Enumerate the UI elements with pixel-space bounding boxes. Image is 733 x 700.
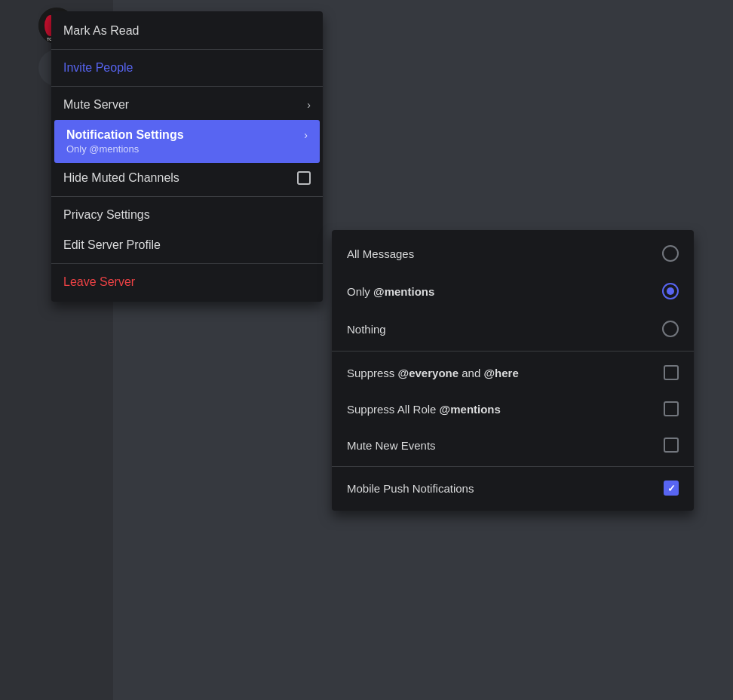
nothing-radio[interactable] <box>662 321 679 337</box>
only-mentions-label: Only @mentions <box>347 285 662 298</box>
menu-item-leave-server[interactable]: Leave Server <box>51 267 323 297</box>
divider-4 <box>51 263 323 264</box>
nothing-label: Nothing <box>347 323 662 336</box>
notif-item-suppress-role[interactable]: Suppress All Role @mentions <box>332 391 694 427</box>
all-messages-radio[interactable] <box>662 245 679 262</box>
divider-1 <box>51 49 323 50</box>
chevron-right-icon: › <box>307 99 311 111</box>
notif-item-only-mentions[interactable]: Only @mentions <box>332 272 694 310</box>
divider-3 <box>51 196 323 197</box>
menu-item-mute-server[interactable]: Mute Server › <box>51 90 323 120</box>
menu-item-privacy-settings[interactable]: Privacy Settings <box>51 200 323 230</box>
menu-item-invite-people[interactable]: Invite People <box>51 53 323 83</box>
mute-events-label: Mute New Events <box>347 439 664 452</box>
menu-item-notification-settings[interactable]: Notification Settings › Only @mentions <box>54 120 320 163</box>
hide-muted-checkbox[interactable] <box>297 171 311 185</box>
checkmark-icon: ✓ <box>667 484 676 493</box>
mark-as-read-label: Mark As Read <box>63 24 311 38</box>
leave-server-label: Leave Server <box>63 275 311 289</box>
mobile-push-checkbox[interactable]: ✓ <box>664 480 679 496</box>
notif-item-mute-events[interactable]: Mute New Events <box>332 427 694 463</box>
menu-item-mark-as-read[interactable]: Mark As Read <box>51 16 323 46</box>
mobile-push-label: Mobile Push Notifications <box>347 482 664 495</box>
only-mentions-radio[interactable] <box>662 283 679 299</box>
radio-inner-dot <box>667 287 674 295</box>
notif-divider-1 <box>332 351 694 352</box>
notification-settings-top: Notification Settings › <box>66 128 308 142</box>
suppress-everyone-checkbox[interactable] <box>664 365 679 380</box>
menu-item-edit-server-profile[interactable]: Edit Server Profile <box>51 230 323 260</box>
privacy-settings-label: Privacy Settings <box>63 208 311 222</box>
context-menu: Mark As Read Invite People Mute Server ›… <box>51 11 323 302</box>
menu-item-hide-muted[interactable]: Hide Muted Channels <box>51 163 323 193</box>
suppress-everyone-label: Suppress @everyone and @here <box>347 367 664 379</box>
all-messages-label: All Messages <box>347 247 662 260</box>
notification-settings-subtitle: Only @mentions <box>66 143 139 155</box>
notification-settings-label: Notification Settings <box>66 128 184 142</box>
suppress-role-label: Suppress All Role @mentions <box>347 403 664 416</box>
edit-server-profile-label: Edit Server Profile <box>63 238 311 252</box>
notif-item-suppress-everyone[interactable]: Suppress @everyone and @here <box>332 355 694 391</box>
notif-item-all-messages[interactable]: All Messages <box>332 235 694 272</box>
mute-server-label: Mute Server <box>63 98 307 112</box>
notification-submenu: All Messages Only @mentions Nothing Supp… <box>332 230 694 511</box>
notif-divider-2 <box>332 466 694 467</box>
notif-item-mobile-push[interactable]: Mobile Push Notifications ✓ <box>332 470 694 506</box>
divider-2 <box>51 86 323 87</box>
invite-people-label: Invite People <box>63 61 311 75</box>
notif-item-nothing[interactable]: Nothing <box>332 310 694 348</box>
suppress-role-checkbox[interactable] <box>664 401 679 416</box>
hide-muted-label: Hide Muted Channels <box>63 171 297 185</box>
mute-events-checkbox[interactable] <box>664 438 679 453</box>
chevron-right-notif-icon: › <box>304 129 308 141</box>
